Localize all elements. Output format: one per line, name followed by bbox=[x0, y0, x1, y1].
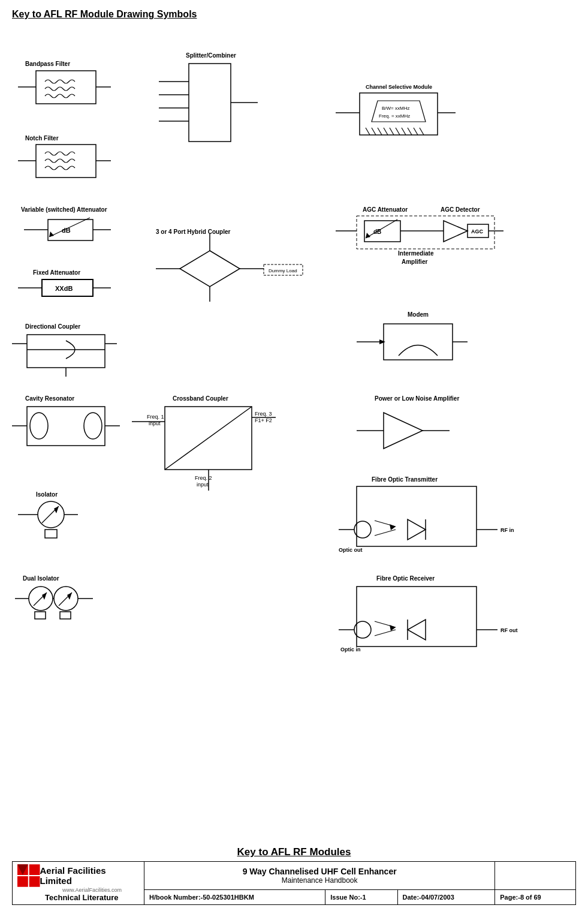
svg-text:Bandpass Filter: Bandpass Filter bbox=[25, 61, 70, 67]
svg-marker-121 bbox=[42, 593, 47, 600]
svg-rect-67 bbox=[27, 335, 105, 368]
svg-text:AGC Attenuator: AGC Attenuator bbox=[363, 206, 408, 213]
svg-point-100 bbox=[38, 501, 64, 528]
svg-rect-146 bbox=[29, 876, 40, 887]
svg-text:Dummy Load: Dummy Load bbox=[269, 268, 297, 273]
svg-rect-126 bbox=[60, 612, 71, 619]
svg-text:Crossband Coupler: Crossband Coupler bbox=[173, 395, 228, 402]
svg-text:Intermediate: Intermediate bbox=[398, 250, 434, 257]
svg-text:AGC: AGC bbox=[471, 228, 484, 234]
svg-text:F1+ F2: F1+ F2 bbox=[255, 417, 272, 423]
page-title: Key to AFL RF Module Drawing Symbols bbox=[12, 9, 576, 20]
svg-text:Fixed Attenuator: Fixed Attenuator bbox=[33, 269, 80, 276]
svg-line-20 bbox=[396, 128, 400, 135]
product-name: 9 Way Channelised UHF Cell Enhancer bbox=[149, 867, 490, 876]
svg-text:Cavity Resonator: Cavity Resonator bbox=[25, 395, 74, 402]
svg-marker-35 bbox=[49, 231, 54, 237]
svg-text:Splitter/Combiner: Splitter/Combiner bbox=[186, 52, 236, 59]
svg-rect-49 bbox=[364, 221, 400, 242]
svg-text:RF in: RF in bbox=[500, 527, 514, 533]
company-name: Aerial Facilities Limited bbox=[40, 865, 139, 886]
svg-rect-1 bbox=[36, 71, 96, 104]
footer-page: Page:-8 of 69 bbox=[495, 889, 576, 904]
svg-line-15 bbox=[366, 128, 370, 135]
svg-marker-53 bbox=[444, 221, 468, 242]
bottom-title: Key to AFL RF Modules bbox=[12, 846, 576, 858]
svg-rect-145 bbox=[29, 864, 40, 875]
svg-text:Freq. 3: Freq. 3 bbox=[255, 411, 272, 417]
svg-text:RF out: RF out bbox=[500, 627, 518, 633]
svg-line-18 bbox=[384, 128, 388, 135]
page: Key to AFL RF Module Drawing Symbols Ban… bbox=[0, 0, 588, 911]
svg-text:Fibre Optic Receiver: Fibre Optic Receiver bbox=[376, 575, 435, 582]
svg-text:Freq. 2: Freq. 2 bbox=[195, 475, 212, 481]
svg-text:AGC Detector: AGC Detector bbox=[441, 206, 480, 213]
svg-text:3 or 4 Port Hybrid Coupler: 3 or 4 Port Hybrid Coupler bbox=[156, 228, 231, 235]
svg-line-22 bbox=[408, 128, 412, 135]
svg-rect-144 bbox=[17, 876, 28, 887]
svg-line-17 bbox=[378, 128, 382, 135]
svg-line-80 bbox=[165, 407, 252, 470]
svg-text:Freq. = xxMHz: Freq. = xxMHz bbox=[379, 113, 410, 119]
svg-rect-91 bbox=[384, 324, 453, 360]
svg-marker-136 bbox=[408, 620, 426, 640]
svg-marker-125 bbox=[67, 593, 72, 600]
svg-line-16 bbox=[372, 128, 376, 135]
logo-top-row: Aerial Facilities Limited bbox=[17, 864, 139, 887]
svg-line-111 bbox=[375, 530, 396, 536]
svg-rect-107 bbox=[357, 486, 477, 546]
product-subtitle: Maintenance Handbook bbox=[149, 876, 490, 885]
svg-marker-112 bbox=[408, 519, 426, 540]
svg-marker-93 bbox=[379, 339, 385, 344]
company-url: www.AerialFacilities.com bbox=[45, 887, 139, 893]
svg-line-23 bbox=[414, 128, 418, 135]
svg-text:Channel Selective Module: Channel Selective Module bbox=[366, 84, 432, 90]
svg-text:input: input bbox=[197, 482, 209, 488]
svg-text:Variable (switched) Attenuator: Variable (switched) Attenuator bbox=[21, 206, 107, 213]
svg-rect-131 bbox=[357, 587, 477, 647]
svg-text:Directional Coupler: Directional Coupler bbox=[25, 323, 80, 330]
svg-text:Modem: Modem bbox=[408, 311, 429, 318]
svg-rect-103 bbox=[45, 530, 57, 538]
svg-line-24 bbox=[420, 128, 424, 135]
footer-table: Aerial Facilities Limited www.AerialFaci… bbox=[12, 861, 576, 905]
svg-rect-122 bbox=[35, 612, 46, 619]
svg-marker-110 bbox=[390, 524, 396, 530]
svg-text:Isolator: Isolator bbox=[36, 491, 58, 498]
footer-product: 9 Way Channelised UHF Cell Enhancer Main… bbox=[144, 862, 495, 890]
svg-marker-39 bbox=[180, 251, 240, 287]
svg-text:Fibre Optic Transmitter: Fibre Optic Transmitter bbox=[372, 476, 438, 483]
svg-point-75 bbox=[84, 413, 102, 439]
svg-text:Optic out: Optic out bbox=[339, 547, 363, 553]
afl-logo-icon bbox=[17, 864, 40, 887]
svg-rect-5 bbox=[189, 64, 231, 142]
svg-line-34 bbox=[49, 218, 90, 237]
svg-text:Optic in: Optic in bbox=[340, 647, 361, 653]
svg-text:Power or Low Noise Amplifier: Power or Low Noise Amplifier bbox=[375, 395, 459, 402]
svg-line-21 bbox=[402, 128, 406, 135]
footer-date: Date:-04/07/2003 bbox=[397, 889, 495, 904]
svg-rect-28 bbox=[36, 145, 96, 178]
svg-text:Notch Filter: Notch Filter bbox=[25, 135, 59, 142]
svg-marker-102 bbox=[54, 506, 59, 513]
footer-logo-cell: Aerial Facilities Limited www.AerialFaci… bbox=[13, 862, 144, 905]
footer-issue: Issue No:-1 bbox=[325, 889, 397, 904]
svg-text:Amplifier: Amplifier bbox=[402, 258, 427, 265]
svg-marker-96 bbox=[384, 413, 423, 449]
svg-point-74 bbox=[30, 413, 48, 439]
svg-text:Freq. 1: Freq. 1 bbox=[147, 414, 164, 420]
svg-text:Dual Isolator: Dual Isolator bbox=[23, 575, 59, 582]
svg-line-51 bbox=[366, 220, 397, 238]
svg-text:B/W= xxMHz: B/W= xxMHz bbox=[382, 106, 409, 111]
svg-line-19 bbox=[390, 128, 394, 135]
footer-hbook: H/book Number:-50-025301HBKM bbox=[144, 889, 325, 904]
svg-line-135 bbox=[375, 630, 396, 636]
svg-text:XXdB: XXdB bbox=[55, 285, 73, 292]
tech-literature: Technical Literature bbox=[45, 893, 139, 902]
symbols-area: Bandpass Filter Splitter/Combiner Channe… bbox=[12, 29, 576, 840]
